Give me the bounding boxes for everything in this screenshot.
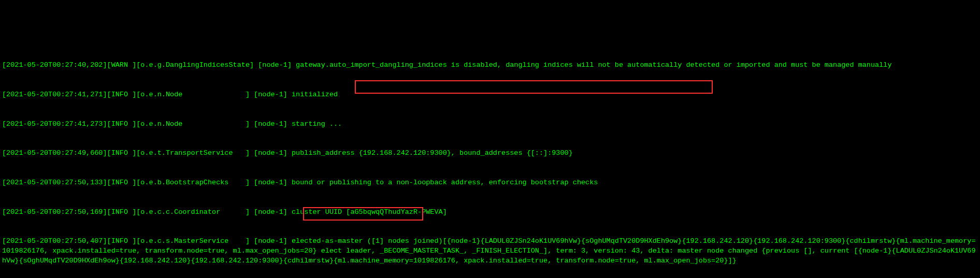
terminal-output: [2021-05-20T00:27:40,202][WARN ][o.e.g.D…: [2, 41, 978, 278]
log-line: [2021-05-20T00:27:49,660][INFO ][o.e.t.T…: [2, 149, 978, 158]
log-line: [2021-05-20T00:27:50,133][INFO ][o.e.b.B…: [2, 178, 978, 188]
log-line: [2021-05-20T00:27:50,169][INFO ][o.e.c.c…: [2, 208, 978, 217]
log-line: [2021-05-20T00:27:50,407][INFO ][o.e.c.s…: [2, 237, 978, 266]
log-line: [2021-05-20T00:27:41,273][INFO ][o.e.n.N…: [2, 120, 978, 129]
log-line: [2021-05-20T00:27:40,202][WARN ][o.e.g.D…: [2, 61, 978, 70]
log-line: [2021-05-20T00:27:41,271][INFO ][o.e.n.N…: [2, 90, 978, 100]
